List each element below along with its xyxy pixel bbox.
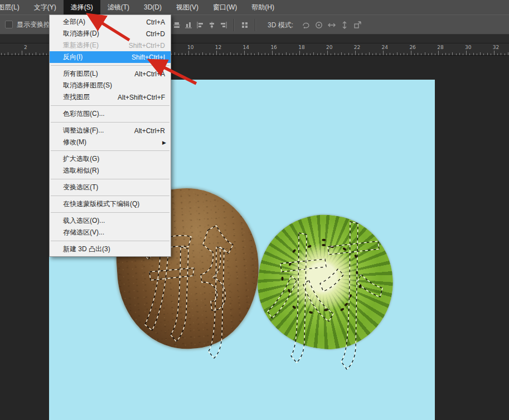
menu-item-all-layers[interactable]: 所有图层(L)Alt+Ctrl+A	[50, 68, 171, 80]
menu-item-label: 色彩范围(C)...	[50, 109, 105, 119]
ruler-tick	[192, 53, 192, 55]
menubar-item-select[interactable]: 选择(S)	[64, 0, 100, 14]
menu-separator	[51, 150, 169, 151]
kiwi-seed	[288, 262, 292, 266]
kiwi-seed	[287, 289, 290, 293]
menu-item-load-selection[interactable]: 载入选区(O)...	[50, 215, 171, 227]
ruler-tick	[171, 53, 172, 55]
menubar-item-type[interactable]: 文字(Y)	[27, 0, 64, 14]
menu-item-label: 取消选择(D)	[50, 29, 99, 38]
ruler-tick	[178, 53, 179, 55]
menubar-item-view[interactable]: 视图(V)	[169, 0, 206, 14]
menu-item-color-range[interactable]: 色彩范围(C)...	[50, 108, 171, 120]
ruler-tick	[36, 52, 36, 56]
ruler-tick	[466, 51, 467, 55]
kiwi-seed	[356, 271, 358, 275]
kiwi-seed	[292, 249, 296, 253]
menubar-item-filter[interactable]: 滤镜(T)	[100, 0, 137, 14]
menu-item-transform-selection[interactable]: 变换选区(T)	[50, 182, 171, 193]
kiwi-seed	[308, 311, 313, 314]
menu-item-new-3d-extrusion[interactable]: 新建 3D 凸出(3)	[50, 243, 171, 255]
ruler-tick	[407, 53, 408, 55]
ruler-tick	[223, 53, 224, 56]
ruler-tick	[345, 53, 345, 55]
3d-rotate-icon[interactable]	[302, 21, 311, 30]
ruler-tick	[421, 53, 421, 55]
menu-separator	[51, 65, 169, 66]
ruler-tick	[449, 53, 449, 55]
menubar-item-help[interactable]: 帮助(H)	[244, 0, 282, 14]
menu-item-reselect: 重新选择(E)Shift+Ctrl+D	[50, 40, 171, 51]
ruler-tick	[497, 53, 498, 55]
show-transform-controls-checkbox[interactable]	[5, 21, 13, 28]
kiwi-seed	[282, 277, 284, 281]
menu-item-similar[interactable]: 选取相似(R)	[50, 165, 171, 177]
ruler-tick	[234, 53, 234, 55]
menu-item-shortcut: Ctrl+A	[146, 18, 171, 26]
photoshop-window: { "menu_bar": { "items": [ {"label": "图层…	[0, 0, 509, 420]
menu-item-shortcut: Shift+Ctrl+D	[129, 42, 171, 50]
kiwi-seed	[324, 309, 328, 311]
ruler-number: 16	[270, 45, 277, 50]
ruler-tick	[390, 53, 390, 56]
ruler-tick	[372, 53, 373, 55]
ruler-tick	[268, 53, 269, 55]
menu-item-label: 所有图层(L)	[50, 69, 98, 79]
ruler-tick	[452, 52, 453, 56]
ruler-number: 10	[187, 45, 193, 50]
align-right-edges-icon[interactable]	[220, 21, 227, 29]
ruler-tick	[40, 53, 40, 55]
3d-slide-icon[interactable]	[340, 21, 349, 30]
kiwi-seed	[292, 305, 297, 309]
3d-roll-icon[interactable]	[314, 21, 323, 30]
cut-kiwi-image	[249, 206, 401, 357]
menu-item-deselect-layers[interactable]: 取消选择图层(S)	[50, 80, 171, 91]
menu-item-find-layers[interactable]: 查找图层Alt+Shift+Ctrl+F	[50, 91, 171, 103]
ruler-tick	[445, 53, 446, 56]
menu-item-all[interactable]: 全部(A)Ctrl+A	[50, 16, 171, 28]
menu-separator	[51, 212, 169, 213]
distribute-icon[interactable]	[241, 21, 249, 29]
ruler-tick	[352, 53, 352, 55]
menu-item-edit-in-quick-mask-mode[interactable]: 在快速蒙版模式下编辑(Q)	[50, 198, 171, 210]
ruler-tick	[199, 53, 200, 55]
menu-item-modify[interactable]: 修改(M)▶	[50, 136, 171, 148]
ruler-tick	[241, 53, 241, 55]
align-horizontal-centers-icon[interactable]	[208, 21, 216, 29]
menu-item-deselect[interactable]: 取消选择(D)Ctrl+D	[50, 28, 171, 40]
align-vertical-centers-icon[interactable]	[173, 21, 181, 29]
ruler-tick	[483, 53, 484, 55]
ruler-tick	[32, 53, 33, 55]
ruler-tick	[310, 53, 311, 55]
ruler-tick	[348, 53, 349, 56]
ruler-tick	[366, 53, 366, 55]
ruler-tick	[29, 53, 30, 56]
menu-item-refine-edge[interactable]: 调整边缘(F)...Alt+Ctrl+R	[50, 125, 171, 136]
menu-item-label: 修改(M)	[50, 138, 86, 147]
menu-item-save-selection[interactable]: 存储选区(V)...	[50, 227, 171, 238]
menu-item-inverse[interactable]: 反向(I)Shift+Ctrl+I	[50, 51, 171, 63]
menu-separator	[51, 122, 169, 123]
menu-item-label: 全部(A)	[50, 17, 85, 27]
3d-mode-label: 3D 模式:	[268, 21, 293, 30]
menu-item-grow[interactable]: 扩大选取(G)	[50, 153, 171, 165]
menubar-item-3d[interactable]: 3D(D)	[137, 0, 169, 14]
align-left-edges-icon[interactable]	[196, 21, 204, 29]
align-bottom-edges-icon[interactable]	[185, 21, 192, 29]
ruler-tick	[335, 53, 335, 56]
ruler-tick	[414, 53, 415, 55]
ruler-tick	[341, 52, 342, 56]
menubar-item-layers[interactable]: 图层(L)	[0, 0, 27, 14]
kiwi-seed	[322, 244, 326, 246]
options-separator	[255, 19, 256, 31]
ruler-tick	[425, 52, 425, 56]
ruler-tick	[473, 53, 474, 56]
ruler-tick	[182, 53, 182, 56]
3d-drag-icon[interactable]	[327, 21, 336, 30]
ruler-tick	[174, 52, 175, 56]
menu-separator	[51, 241, 169, 241]
ruler-tick	[43, 53, 43, 56]
menubar-item-window[interactable]: 窗口(W)	[206, 0, 244, 14]
3d-scale-icon[interactable]	[353, 21, 362, 30]
ruler-number: 26	[409, 45, 415, 50]
